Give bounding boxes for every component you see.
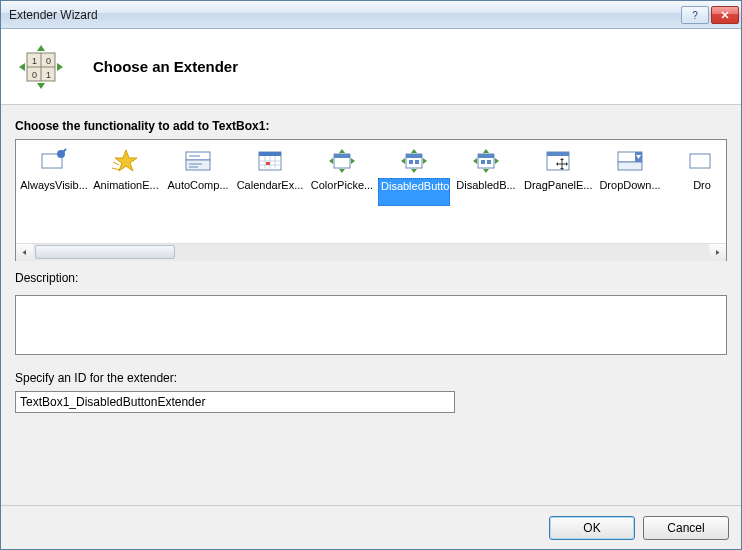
svg-text:?: ? xyxy=(692,10,698,20)
svg-rect-66 xyxy=(618,162,642,170)
list-item[interactable]: ColorPicke... xyxy=(306,144,378,243)
extender-id-input[interactable] xyxy=(15,391,455,413)
svg-rect-52 xyxy=(478,154,494,158)
header-icon: 1 0 0 1 xyxy=(17,43,65,91)
list-item[interactable]: AutoComp... xyxy=(162,144,234,243)
header-panel: 1 0 0 1 Choose an Extender xyxy=(1,29,741,105)
svg-marker-41 xyxy=(401,158,405,164)
svg-marker-50 xyxy=(495,158,499,164)
close-icon xyxy=(720,10,730,20)
ok-button[interactable]: OK xyxy=(549,516,635,540)
svg-rect-54 xyxy=(487,160,491,164)
extender-icon xyxy=(612,146,648,176)
list-item-label: DropDown... xyxy=(594,178,666,206)
svg-rect-32 xyxy=(266,162,270,165)
scroll-thumb[interactable] xyxy=(35,245,175,259)
description-label: Description: xyxy=(15,271,727,285)
extender-icon xyxy=(324,146,360,176)
close-button[interactable] xyxy=(711,6,739,24)
svg-marker-36 xyxy=(351,158,355,164)
svg-marker-33 xyxy=(339,149,345,153)
svg-rect-45 xyxy=(409,160,413,164)
cancel-button[interactable]: Cancel xyxy=(643,516,729,540)
extender-icon xyxy=(180,146,216,176)
scroll-track[interactable] xyxy=(33,244,709,261)
window-title: Extender Wizard xyxy=(9,8,679,22)
svg-rect-26 xyxy=(259,152,281,156)
extender-icon xyxy=(252,146,288,176)
horizontal-scrollbar[interactable] xyxy=(16,243,726,260)
id-label: Specify an ID for the extender: xyxy=(15,371,727,385)
svg-marker-48 xyxy=(483,169,489,173)
list-item[interactable]: DisabledB... xyxy=(450,144,522,243)
svg-marker-49 xyxy=(473,158,477,164)
svg-marker-47 xyxy=(483,149,489,153)
svg-marker-5 xyxy=(19,63,25,71)
svg-text:1: 1 xyxy=(46,70,51,80)
description-box xyxy=(15,295,727,355)
svg-marker-68 xyxy=(23,250,27,255)
list-item-label: Dro xyxy=(666,178,726,206)
list-item-label: DragPanelE... xyxy=(522,178,594,206)
svg-rect-38 xyxy=(334,154,350,158)
svg-marker-40 xyxy=(411,169,417,173)
list-item[interactable]: DragPanelE... xyxy=(522,144,594,243)
extender-icon xyxy=(468,146,504,176)
svg-text:0: 0 xyxy=(32,70,37,80)
svg-text:1: 1 xyxy=(32,56,37,66)
list-item[interactable]: AnimationE... xyxy=(90,144,162,243)
list-item[interactable]: CalendarEx... xyxy=(234,144,306,243)
dialog-footer: OK Cancel xyxy=(1,505,741,549)
extender-icon xyxy=(108,146,144,176)
header-title: Choose an Extender xyxy=(93,58,238,75)
svg-line-18 xyxy=(112,168,120,170)
svg-marker-17 xyxy=(115,150,137,171)
svg-marker-4 xyxy=(37,83,45,89)
svg-rect-44 xyxy=(406,154,422,158)
svg-marker-35 xyxy=(329,158,333,164)
list-item-label: ColorPicke... xyxy=(306,178,378,206)
svg-marker-39 xyxy=(411,149,417,153)
svg-rect-67 xyxy=(690,154,710,168)
svg-marker-69 xyxy=(716,250,720,255)
svg-marker-3 xyxy=(37,45,45,51)
help-button[interactable]: ? xyxy=(681,6,709,24)
choose-prompt: Choose the functionality to add to TextB… xyxy=(15,119,727,133)
list-item-label: CalendarEx... xyxy=(234,178,306,206)
list-item[interactable]: AlwaysVisib... xyxy=(18,144,90,243)
svg-marker-34 xyxy=(339,169,345,173)
svg-text:0: 0 xyxy=(46,56,51,66)
svg-marker-6 xyxy=(57,63,63,71)
svg-line-19 xyxy=(113,162,119,165)
list-item[interactable]: Dro xyxy=(666,144,726,243)
extender-icon xyxy=(684,146,720,176)
list-item-label: DisabledB... xyxy=(450,178,522,206)
list-item-label: AlwaysVisib... xyxy=(18,178,90,206)
dialog-body: Choose the functionality to add to TextB… xyxy=(1,105,741,505)
extender-icon xyxy=(36,146,72,176)
list-item-label: AutoComp... xyxy=(162,178,234,206)
svg-rect-56 xyxy=(547,152,569,156)
titlebar: Extender Wizard ? xyxy=(1,1,741,29)
svg-rect-22 xyxy=(186,160,210,170)
svg-rect-46 xyxy=(415,160,419,164)
list-item[interactable]: DropDown... xyxy=(594,144,666,243)
list-item-label: DisabledButtonExtender xyxy=(378,178,450,206)
list-item[interactable]: DisabledButtonExtender xyxy=(378,144,450,243)
extender-icon xyxy=(396,146,432,176)
extender-wizard-dialog: Extender Wizard ? 1 0 xyxy=(0,0,742,550)
extender-icon xyxy=(540,146,576,176)
scroll-right-arrow[interactable] xyxy=(709,244,726,261)
extender-list[interactable]: AlwaysVisib...AnimationE...AutoComp...Ca… xyxy=(15,139,727,261)
list-item-label: AnimationE... xyxy=(90,178,162,206)
help-icon: ? xyxy=(690,10,700,20)
svg-marker-42 xyxy=(423,158,427,164)
svg-rect-53 xyxy=(481,160,485,164)
scroll-left-arrow[interactable] xyxy=(16,244,33,261)
